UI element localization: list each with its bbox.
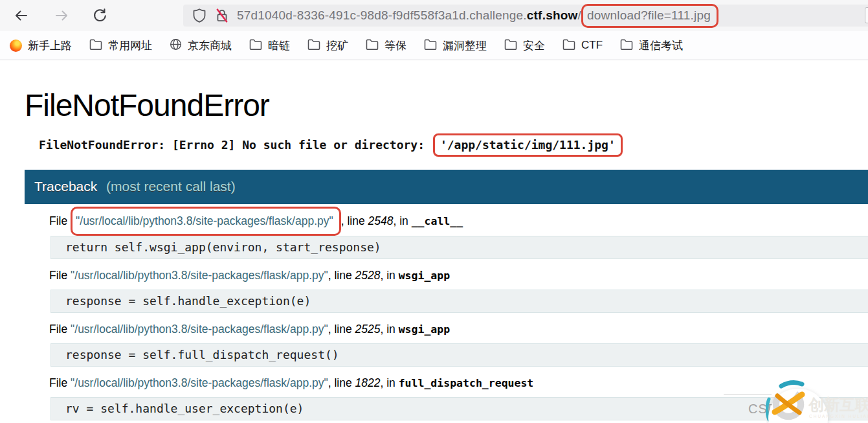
- reload-icon: [92, 8, 107, 23]
- logo-teal-arc-icon: [781, 383, 802, 386]
- url-text: 57d1040d-8336-491c-98d8-f9df558f3a1d.cha…: [237, 8, 718, 24]
- error-page: FileNotFoundError FileNotFoundError: [Er…: [0, 60, 868, 420]
- frame-function-name: wsgi_app: [399, 269, 450, 282]
- traceback-section: Traceback (most recent call last) File "…: [25, 170, 868, 420]
- forward-arrow-icon: [54, 8, 69, 23]
- annotation-frame-path: "/usr/local/lib/python3.8/site-packages/…: [71, 207, 341, 236]
- page-title: FileNotFoundError: [25, 87, 868, 123]
- folder-icon: [562, 39, 575, 52]
- bookmark-folder-changyong[interactable]: 常用网址: [89, 38, 152, 53]
- folder-icon: [89, 39, 102, 52]
- traceback-frame: File "/usr/local/lib/python3.8/site-pack…: [25, 212, 868, 259]
- frame-line-number: 2528: [355, 269, 381, 282]
- frame-function-name: __call__: [412, 215, 463, 227]
- logo-caption: CHUANGXIN HULIAN: [809, 414, 868, 418]
- firefox-icon: [10, 40, 22, 52]
- bookmark-folder-ctf[interactable]: CTF: [562, 39, 603, 52]
- browser-chrome: 57d1040d-8336-491c-98d8-f9df558f3a1d.cha…: [0, 0, 868, 60]
- frame-source-line[interactable]: rv = self.handle_user_exception(e): [50, 397, 868, 420]
- traceback-header: Traceback (most recent call last): [25, 170, 868, 204]
- traceback-frame: File "/usr/local/lib/python3.8/site-pack…: [25, 375, 868, 420]
- frame-location: File "/usr/local/lib/python3.8/site-pack…: [25, 212, 868, 230]
- frame-line-number: 1822: [355, 376, 381, 389]
- frame-source-line[interactable]: response = self.full_dispatch_request(): [50, 343, 868, 367]
- annotation-error-path: '/app/static/img/111.jpg': [433, 133, 623, 157]
- frame-line-number: 2548: [368, 214, 394, 227]
- bookmark-item-jingdong[interactable]: 京东商城: [170, 38, 232, 53]
- url-host-prefix: 57d1040d-8336-491c-98d8-f9df558f3a1d.cha…: [237, 8, 527, 22]
- bookmark-folder-anquan[interactable]: 安全: [504, 38, 545, 53]
- bookmark-item-xinshou[interactable]: 新手上路: [10, 38, 72, 53]
- frame-file-path: "/usr/local/lib/python3.8/site-packages/…: [71, 269, 328, 282]
- back-arrow-icon: [14, 8, 29, 23]
- frame-location: File "/usr/local/lib/python3.8/site-pack…: [25, 268, 868, 284]
- frame-file-path: "/usr/local/lib/python3.8/site-packages/…: [71, 323, 328, 336]
- frame-function-name: wsgi_app: [399, 323, 450, 336]
- bookmark-star-cutoff[interactable]: [865, 7, 868, 23]
- traceback-frame: File "/usr/local/lib/python3.8/site-pack…: [25, 268, 868, 313]
- folder-icon: [504, 39, 517, 52]
- error-message-text: FileNotFoundError: [Errno 2] No such fil…: [39, 138, 432, 152]
- folder-icon: [424, 39, 437, 52]
- forward-button[interactable]: [53, 7, 70, 24]
- bookmark-folder-tongxin[interactable]: 通信考试: [620, 38, 683, 53]
- frame-line-number: 2525: [355, 323, 381, 336]
- reload-button[interactable]: [91, 7, 107, 24]
- shield-icon[interactable]: [192, 8, 207, 23]
- error-message: FileNotFoundError: [Errno 2] No such fil…: [39, 137, 868, 153]
- globe-icon: [170, 38, 182, 53]
- url-bar[interactable]: 57d1040d-8336-491c-98d8-f9df558f3a1d.cha…: [183, 5, 868, 27]
- back-button[interactable]: [13, 7, 30, 24]
- frame-source-line[interactable]: return self.wsgi_app(environ, start_resp…: [50, 236, 868, 259]
- bookmark-folder-wakuang[interactable]: 挖矿: [307, 38, 348, 53]
- folder-icon: [366, 39, 379, 52]
- traceback-frame: File "/usr/local/lib/python3.8/site-pack…: [25, 321, 868, 367]
- chuangxin-hulian-logo: 创新互联 CHUANGXIN HULIAN: [766, 378, 868, 423]
- bookmark-folder-loudong[interactable]: 漏洞整理: [424, 38, 487, 53]
- logo-wordmark: 创新互联: [808, 396, 868, 413]
- lock-insecure-icon[interactable]: [214, 8, 230, 23]
- annotation-url-highlight: download?file=111.jpg: [581, 4, 718, 28]
- traceback-note: (most recent call last): [106, 179, 236, 194]
- frame-source-line[interactable]: response = self.handle_exception(e): [50, 290, 868, 313]
- folder-icon: [307, 39, 320, 52]
- frame-location: File "/usr/local/lib/python3.8/site-pack…: [25, 321, 868, 337]
- bookmark-folder-anlian[interactable]: 暗链: [249, 38, 290, 53]
- frame-file-path: "/usr/local/lib/python3.8/site-packages/…: [71, 376, 328, 389]
- traceback-title: Traceback: [34, 179, 97, 194]
- frame-function-name: full_dispatch_request: [399, 377, 534, 389]
- bookmark-folder-dengbao[interactable]: 等保: [366, 38, 406, 53]
- url-host-domain: ctf.show: [527, 8, 578, 22]
- folder-icon: [249, 39, 262, 52]
- folder-icon: [620, 39, 633, 52]
- bookmarks-bar: 新手上路 常用网址 京东商城 暗链 挖矿 等保 漏洞整理 安全: [0, 31, 868, 60]
- watermark-divider: [724, 394, 772, 395]
- frame-location: File "/usr/local/lib/python3.8/site-pack…: [25, 375, 868, 391]
- browser-toolbar: 57d1040d-8336-491c-98d8-f9df558f3a1d.cha…: [0, 0, 868, 31]
